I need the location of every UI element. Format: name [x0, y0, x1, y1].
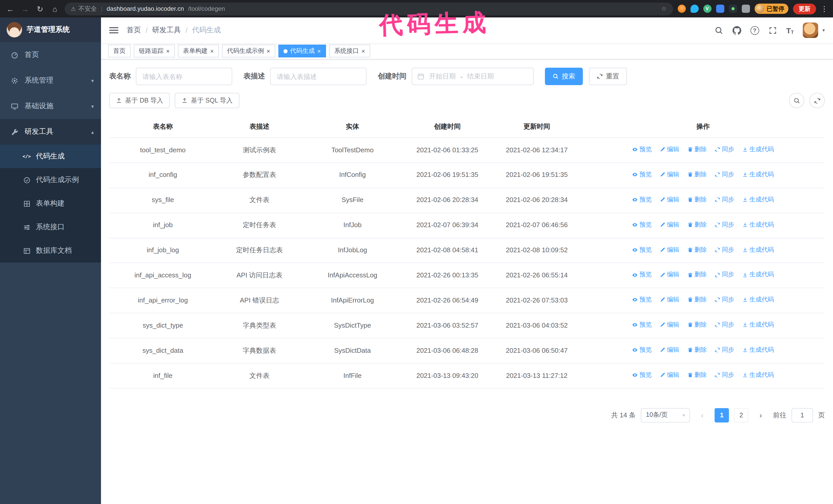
- generate-code-link[interactable]: 生成代码: [742, 370, 774, 380]
- edit-link[interactable]: 编辑: [660, 345, 679, 355]
- delete-link[interactable]: 删除: [687, 370, 707, 380]
- table-desc-input[interactable]: [270, 68, 366, 85]
- extension-icon-2[interactable]: [690, 5, 698, 13]
- sync-link[interactable]: 同步: [715, 195, 734, 205]
- github-icon[interactable]: [733, 26, 741, 34]
- search-icon[interactable]: [715, 26, 723, 34]
- close-icon[interactable]: [266, 48, 270, 54]
- sync-link[interactable]: 同步: [715, 295, 734, 305]
- reset-button[interactable]: 重置: [589, 68, 627, 85]
- sidebar-item-infra[interactable]: 基础设施: [0, 93, 101, 119]
- breadcrumb-home[interactable]: 首页: [127, 26, 141, 35]
- extension-icon-4[interactable]: [729, 5, 737, 13]
- browser-menu-icon[interactable]: [821, 5, 828, 13]
- delete-link[interactable]: 删除: [687, 320, 707, 330]
- sidebar-item-form-builder[interactable]: 表单构建: [0, 192, 101, 215]
- preview-link[interactable]: 预览: [632, 370, 652, 380]
- font-size-icon[interactable]: [786, 26, 794, 34]
- edit-link[interactable]: 编辑: [660, 220, 679, 230]
- tab-codegen-example[interactable]: 代码生成示例: [222, 45, 275, 57]
- preview-link[interactable]: 预览: [632, 295, 652, 305]
- extension-icon-1[interactable]: [677, 5, 686, 13]
- generate-code-link[interactable]: 生成代码: [742, 195, 774, 205]
- tab-api[interactable]: 系统接口: [329, 45, 370, 57]
- sync-link[interactable]: 同步: [715, 220, 734, 230]
- bookmark-star-icon[interactable]: [661, 5, 667, 12]
- preview-link[interactable]: 预览: [632, 195, 652, 205]
- address-bar[interactable]: 不安全 | dashboard.yudao.iocoder.cn/tool/co…: [65, 2, 673, 15]
- next-page-button[interactable]: ›: [754, 408, 768, 423]
- profile-paused-chip[interactable]: 已暂停: [754, 4, 788, 14]
- browser-back-icon[interactable]: [5, 5, 15, 13]
- preview-link[interactable]: 预览: [632, 320, 652, 330]
- edit-link[interactable]: 编辑: [660, 145, 679, 154]
- sync-link[interactable]: 同步: [715, 145, 734, 154]
- preview-link[interactable]: 预览: [632, 145, 652, 154]
- edit-link[interactable]: 编辑: [660, 270, 679, 280]
- sidebar-item-home[interactable]: 首页: [0, 42, 101, 68]
- goto-page-input[interactable]: [791, 408, 813, 423]
- hamburger-icon[interactable]: [109, 27, 118, 33]
- sidebar-item-codegen-example[interactable]: 代码生成示例: [0, 168, 101, 192]
- close-icon[interactable]: [317, 48, 321, 54]
- generate-code-link[interactable]: 生成代码: [742, 170, 774, 179]
- sync-link[interactable]: 同步: [715, 370, 734, 380]
- sync-link[interactable]: 同步: [715, 270, 734, 280]
- page-button-1[interactable]: 1: [715, 408, 729, 423]
- date-range-picker[interactable]: 开始日期 - 结束日期: [412, 68, 533, 85]
- preview-link[interactable]: 预览: [632, 245, 652, 255]
- sync-link[interactable]: 同步: [715, 320, 734, 330]
- tab-form-builder[interactable]: 表单构建: [178, 45, 219, 57]
- sidebar-item-codegen[interactable]: </> 代码生成: [0, 145, 101, 168]
- edit-link[interactable]: 编辑: [660, 170, 679, 179]
- generate-code-link[interactable]: 生成代码: [742, 245, 774, 255]
- delete-link[interactable]: 删除: [687, 145, 707, 154]
- generate-code-link[interactable]: 生成代码: [742, 145, 774, 154]
- table-name-input[interactable]: [136, 68, 232, 85]
- browser-update-button[interactable]: 更新: [793, 3, 816, 14]
- edit-link[interactable]: 编辑: [660, 295, 679, 305]
- extension-icon-3[interactable]: [716, 5, 724, 13]
- edit-link[interactable]: 编辑: [660, 370, 679, 380]
- prev-page-button[interactable]: ‹: [695, 408, 710, 423]
- browser-reload-icon[interactable]: [35, 5, 45, 13]
- tab-trace[interactable]: 链路追踪: [134, 45, 175, 57]
- user-avatar[interactable]: [803, 23, 818, 38]
- avatar-caret-icon[interactable]: [823, 28, 825, 33]
- generate-code-link[interactable]: 生成代码: [742, 270, 774, 280]
- generate-code-link[interactable]: 生成代码: [742, 320, 774, 330]
- browser-forward-icon[interactable]: [20, 5, 30, 13]
- sidebar-item-system[interactable]: 系统管理: [0, 68, 101, 93]
- sidebar-item-devtools[interactable]: 研发工具: [0, 119, 101, 145]
- tab-codegen[interactable]: 代码生成: [278, 45, 326, 57]
- toggle-search-button[interactable]: [789, 93, 804, 108]
- search-button[interactable]: 搜索: [545, 68, 583, 85]
- generate-code-link[interactable]: 生成代码: [742, 220, 774, 230]
- close-icon[interactable]: [166, 48, 170, 54]
- vue-devtools-icon[interactable]: V: [703, 5, 711, 13]
- sidebar-item-db-doc[interactable]: 数据库文档: [0, 239, 101, 263]
- import-db-button[interactable]: 基于 DB 导入: [109, 93, 170, 108]
- page-size-select[interactable]: 10条/页: [641, 408, 690, 423]
- page-button-2[interactable]: 2: [734, 408, 748, 423]
- delete-link[interactable]: 删除: [687, 345, 707, 355]
- delete-link[interactable]: 删除: [687, 295, 707, 305]
- close-icon[interactable]: [361, 48, 365, 54]
- fullscreen-icon[interactable]: [768, 26, 777, 34]
- extensions-puzzle-icon[interactable]: [741, 5, 750, 13]
- generate-code-link[interactable]: 生成代码: [742, 345, 774, 355]
- delete-link[interactable]: 删除: [687, 245, 707, 255]
- preview-link[interactable]: 预览: [632, 345, 652, 355]
- close-icon[interactable]: [210, 48, 214, 54]
- help-icon[interactable]: [751, 26, 759, 34]
- security-warning[interactable]: 不安全: [71, 4, 97, 13]
- preview-link[interactable]: 预览: [632, 170, 652, 179]
- preview-link[interactable]: 预览: [632, 220, 652, 230]
- delete-link[interactable]: 删除: [687, 270, 707, 280]
- edit-link[interactable]: 编辑: [660, 195, 679, 205]
- delete-link[interactable]: 删除: [687, 195, 707, 205]
- refresh-table-button[interactable]: [809, 93, 825, 108]
- generate-code-link[interactable]: 生成代码: [742, 295, 774, 305]
- delete-link[interactable]: 删除: [687, 170, 707, 179]
- sidebar-item-api[interactable]: 系统接口: [0, 215, 101, 239]
